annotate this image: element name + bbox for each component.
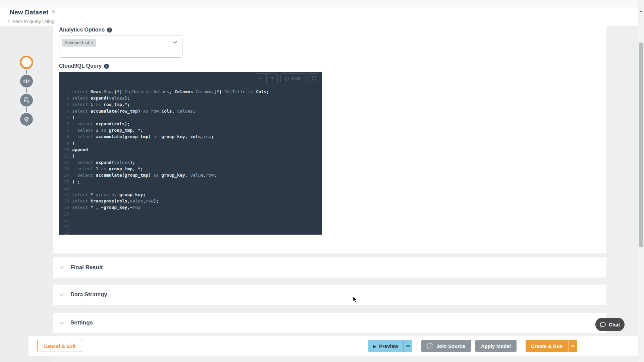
divider [417,342,417,350]
page-scrollbar[interactable]: ▲ [638,0,644,362]
line-number: 17 [59,191,69,198]
cloud9ql-editor[interactable]: ↶ ↷ {:} Token 1select Rows.Row.[*].ColDa… [59,72,322,235]
line-number: 20 [59,211,69,217]
code-line[interactable]: 11( [59,153,322,159]
cloud9ql-label: Cloud9QL Query ? [59,63,109,69]
back-link[interactable]: ‹ Back to query listing [8,18,54,24]
token-button[interactable]: {:} Token [280,73,306,83]
line-number: 13 [59,166,69,172]
step-settings[interactable]: ⚙ [20,113,33,126]
create-run-options-button[interactable] [568,340,577,352]
page-title: New Dataset [10,9,48,16]
selected-option-tag: Account List × [62,39,96,47]
query-panel: Analytics Options ? Account List × Cloud… [53,26,606,253]
section-title: Settings [70,319,93,326]
line-number: 8 [59,133,69,140]
analytics-options-label: Analytics Options ? [59,27,112,33]
fullscreen-button[interactable] [309,73,319,83]
step-preview[interactable] [20,75,33,87]
help-icon[interactable]: ? [104,64,109,69]
step-connector [26,88,27,93]
title-row: New Dataset ✎ [10,9,56,16]
plus-circle-icon: + [427,343,433,349]
chevron-down-icon [59,293,64,296]
line-number: 19 [59,204,69,210]
line-number: 22 [59,224,69,230]
code-line[interactable]: 3select 1 as row_tmp,*; [59,101,322,108]
code-line[interactable]: 5( [59,114,322,121]
back-link-label: Back to query listing [12,19,54,24]
scroll-up-arrow[interactable]: ▲ [640,9,642,12]
line-number: 3 [59,101,69,108]
code-line[interactable]: 2select expand(values); [59,95,322,101]
code-line[interactable]: 7 select 1 as group_tmp, *; [59,127,322,133]
line-number: 5 [59,114,69,121]
code-line[interactable]: 22 [59,224,322,230]
code-line[interactable]: 20 [59,211,322,217]
cancel-exit-button[interactable]: Cancel & Exit [37,340,82,352]
create-run-button[interactable]: Create & Run [526,340,568,352]
footer-right-actions: ▶ Preview + Join Source Apply Model Crea… [368,340,577,352]
line-number: 10 [59,146,69,153]
line-number: 18 [59,198,69,204]
line-number: 21 [59,217,69,224]
line-number: 9 [59,140,69,146]
mouse-cursor [353,296,359,303]
code-line[interactable]: 23 [59,230,322,235]
play-icon: ▶ [373,344,376,348]
chat-bubble-icon [600,322,606,327]
remove-tag-icon[interactable]: × [91,41,94,45]
code-line[interactable]: 16 [59,185,322,191]
preview-button[interactable]: ▶ Preview [368,340,404,352]
code-line[interactable]: 17select * group by group_key; [59,191,322,198]
line-number: 12 [59,159,69,166]
line-number: 23 [59,230,69,235]
code-line[interactable]: 18select transpose(cols,value,row); [59,198,322,204]
chat-label: Chat [609,322,620,327]
code-line[interactable]: 21 [59,217,322,224]
step-source-current[interactable] [20,56,33,69]
section-final-result[interactable]: Final Result [53,257,606,278]
line-number: 4 [59,108,69,114]
line-number: 7 [59,127,69,133]
section-settings[interactable]: Settings [53,313,606,333]
code-editor-content[interactable]: 1select Rows.Row.[*].ColData as Values, … [59,88,322,235]
create-run-button-group: Create & Run [526,340,577,352]
line-number: 2 [59,95,69,101]
help-icon[interactable]: ? [107,27,112,33]
chevron-down-icon[interactable] [172,41,177,44]
code-line[interactable]: 13 select 1 as group_tmp, *; [59,166,322,172]
redo-button[interactable]: ↷ [266,73,278,83]
code-line[interactable]: 4select accumulate(row_tmp) as row,Cols,… [59,108,322,114]
code-line[interactable]: 12 select expand(Values); [59,159,322,166]
code-line[interactable]: 9) [59,140,322,146]
footer-action-bar: Cancel & Exit ▶ Preview + Join Source Ap… [29,336,638,356]
code-line[interactable]: 1select Rows.Row.[*].ColData as Values, … [59,88,322,95]
expand-icon [312,76,316,80]
line-number: 6 [59,121,69,127]
undo-redo-group: ↶ ↷ [255,73,278,83]
analytics-options-select[interactable]: Account List × [59,36,182,58]
edit-title-icon[interactable]: ✎ [51,9,56,15]
code-line[interactable]: 10append [59,146,322,153]
code-line[interactable]: 6 select expand(cols); [59,121,322,127]
code-line[interactable]: 19select * , ~group_key,~row [59,204,322,210]
create-run-label: Create & Run [531,343,563,349]
code-line[interactable]: 14 select accumulate(group_tmp) as group… [59,172,322,178]
section-data-strategy[interactable]: Data Strategy [53,285,606,305]
chevron-up-icon [406,345,410,347]
section-title: Data Strategy [70,291,107,298]
step-connector [26,70,27,74]
code-line[interactable]: 8 select accumulate(group_tmp) as group_… [59,133,322,140]
step-dataset[interactable] [20,94,33,107]
step-rail: ⚙ [0,26,53,362]
chat-button[interactable]: Chat [595,318,625,331]
scrollbar-thumb[interactable] [639,43,643,247]
step-connector [26,108,27,112]
preview-options-button[interactable] [404,340,412,352]
join-source-button[interactable]: + Join Source [421,340,471,352]
apply-model-button[interactable]: Apply Model [475,340,517,352]
redo-icon: ↷ [270,75,274,81]
code-line[interactable]: 15) ; [59,179,322,185]
undo-button[interactable]: ↶ [255,73,266,83]
